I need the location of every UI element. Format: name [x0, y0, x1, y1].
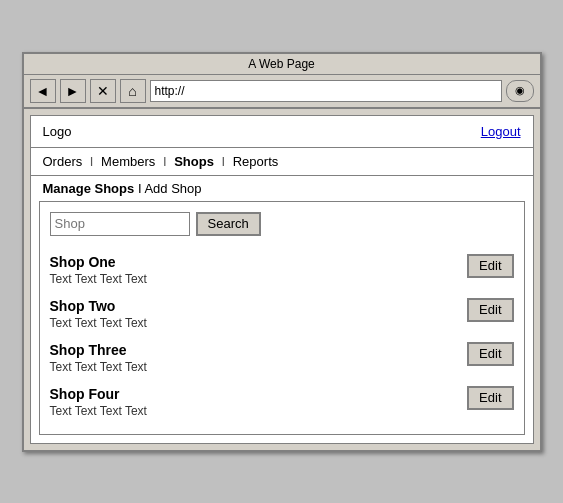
shop-info-1: Shop One Text Text Text Text — [50, 254, 458, 286]
shop-item-3: Shop Three Text Text Text Text Edit — [50, 336, 514, 380]
back-button[interactable]: ◄ — [30, 79, 56, 103]
breadcrumb-current: Manage Shops — [43, 181, 135, 196]
shop-desc-2: Text Text Text Text — [50, 316, 458, 330]
nav-sep-2: I — [163, 154, 170, 169]
edit-shop-4-button[interactable]: Edit — [467, 386, 513, 410]
nav-orders[interactable]: Orders — [43, 154, 83, 169]
search-row: Search — [50, 212, 514, 236]
nav-shops[interactable]: Shops — [174, 154, 214, 169]
close-button[interactable]: ✕ — [90, 79, 116, 103]
shop-desc-3: Text Text Text Text — [50, 360, 458, 374]
shop-item-2: Shop Two Text Text Text Text Edit — [50, 292, 514, 336]
title-bar: A Web Page — [24, 54, 540, 75]
shop-name-4: Shop Four — [50, 386, 458, 402]
breadcrumb-section: Manage Shops I Add Shop — [31, 176, 533, 201]
shop-desc-1: Text Text Text Text — [50, 272, 458, 286]
edit-shop-1-button[interactable]: Edit — [467, 254, 513, 278]
forward-button[interactable]: ► — [60, 79, 86, 103]
main-section: Search Shop One Text Text Text Text Edit… — [39, 201, 525, 435]
nav-sep-1: I — [90, 154, 97, 169]
shop-item-1: Shop One Text Text Text Text Edit — [50, 248, 514, 292]
shop-name-3: Shop Three — [50, 342, 458, 358]
shop-info-2: Shop Two Text Text Text Text — [50, 298, 458, 330]
shop-info-4: Shop Four Text Text Text Text — [50, 386, 458, 418]
edit-shop-3-button[interactable]: Edit — [467, 342, 513, 366]
shop-item-4: Shop Four Text Text Text Text Edit — [50, 380, 514, 424]
search-button[interactable]: Search — [196, 212, 261, 236]
logo: Logo — [43, 124, 72, 139]
nav-reports[interactable]: Reports — [233, 154, 279, 169]
toolbar: ◄ ► ✕ ⌂ ◉ — [24, 75, 540, 109]
go-button[interactable]: ◉ — [506, 80, 534, 102]
header-section: Logo Logout — [31, 116, 533, 148]
nav-sep-3: I — [222, 154, 229, 169]
edit-shop-2-button[interactable]: Edit — [467, 298, 513, 322]
shop-info-3: Shop Three Text Text Text Text — [50, 342, 458, 374]
home-button[interactable]: ⌂ — [120, 79, 146, 103]
page-title: A Web Page — [248, 57, 315, 71]
page-content: Logo Logout Orders I Members I Shops I R… — [30, 115, 534, 444]
address-bar[interactable] — [150, 80, 502, 102]
shop-desc-4: Text Text Text Text — [50, 404, 458, 418]
nav-section: Orders I Members I Shops I Reports — [31, 148, 533, 176]
shop-name-1: Shop One — [50, 254, 458, 270]
nav-members[interactable]: Members — [101, 154, 155, 169]
logout-link[interactable]: Logout — [481, 124, 521, 139]
add-shop-link[interactable]: Add Shop — [144, 181, 201, 196]
shop-name-2: Shop Two — [50, 298, 458, 314]
search-input[interactable] — [50, 212, 190, 236]
browser-window: A Web Page ◄ ► ✕ ⌂ ◉ Logo Logout Orders … — [22, 52, 542, 452]
